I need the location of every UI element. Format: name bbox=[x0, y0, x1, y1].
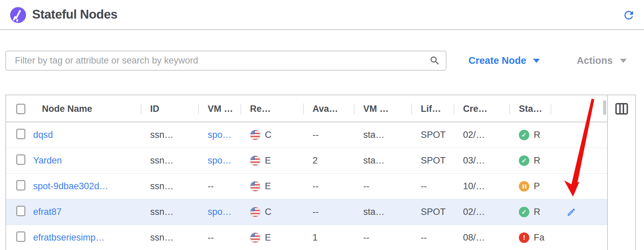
availability-zone-value: 2 bbox=[313, 155, 318, 166]
node-name-link[interactable]: efrat87 bbox=[33, 207, 62, 217]
filter-input[interactable] bbox=[5, 51, 446, 71]
refresh-icon[interactable] bbox=[622, 9, 635, 22]
status-value: R bbox=[534, 155, 540, 166]
column-header-status[interactable]: Sta… bbox=[509, 95, 551, 122]
vm-link[interactable]: spo… bbox=[208, 155, 232, 166]
row-checkbox[interactable] bbox=[16, 129, 25, 139]
select-all-checkbox[interactable] bbox=[16, 104, 25, 114]
region-cell: E bbox=[240, 232, 303, 243]
node-name-cell: efrat87 bbox=[32, 207, 141, 217]
us-flag-icon bbox=[250, 155, 260, 166]
select-all-cell bbox=[6, 95, 32, 122]
column-picker-icon[interactable] bbox=[615, 103, 628, 115]
table-scroll-area: Node NameIDVM …Re…Ava…VM …Lif…Cre…Sta… d… bbox=[6, 95, 607, 250]
lifecycle-cell: SPOT bbox=[411, 155, 454, 166]
region-cell: E bbox=[240, 181, 303, 192]
app-header: Stateful Nodes bbox=[0, 0, 644, 30]
vm-name-cell: -- bbox=[198, 181, 240, 192]
stateful-nodes-table: Node NameIDVM …Re…Ava…VM …Lif…Cre…Sta… d… bbox=[5, 95, 636, 250]
created-value: 02/… bbox=[463, 207, 485, 217]
vm-size-value: -- bbox=[363, 181, 369, 191]
status-value: R bbox=[534, 130, 540, 140]
node-name-link[interactable]: Yarden bbox=[33, 155, 62, 166]
create-node-button[interactable]: Create Node bbox=[468, 51, 540, 71]
column-header-label: Re… bbox=[250, 104, 271, 114]
scrollbar-thumb[interactable] bbox=[603, 100, 606, 115]
column-header-lifecycle[interactable]: Lif… bbox=[411, 95, 454, 122]
table-header-row: Node NameIDVM …Re…Ava…VM …Lif…Cre…Sta… bbox=[6, 95, 607, 122]
vm-link[interactable]: spo… bbox=[208, 130, 232, 140]
lifecycle-cell: -- bbox=[411, 181, 454, 192]
column-header-availability-zone[interactable]: Ava… bbox=[303, 95, 354, 122]
actions-dropdown[interactable]: Actions bbox=[577, 51, 627, 71]
running-status-icon: ✓ bbox=[519, 130, 529, 140]
vm-size-cell: sta… bbox=[354, 207, 411, 217]
row-actions-cell bbox=[551, 207, 607, 217]
node-name-link[interactable]: dqsd bbox=[33, 130, 53, 140]
vm-link[interactable]: spo… bbox=[208, 207, 232, 217]
id-cell: ssn… bbox=[141, 155, 198, 166]
column-header-region[interactable]: Re… bbox=[240, 95, 303, 122]
column-header-id[interactable]: ID bbox=[141, 95, 198, 122]
column-header-label: Sta… bbox=[519, 104, 542, 114]
status-cell: ✓R bbox=[509, 207, 551, 217]
chevron-down-icon bbox=[533, 59, 540, 63]
created-cell: 03/… bbox=[454, 155, 509, 166]
lifecycle-cell: SPOT bbox=[411, 130, 454, 140]
column-header-node-name[interactable]: Node Name bbox=[32, 95, 141, 122]
search-icon[interactable] bbox=[429, 55, 440, 66]
row-select-cell bbox=[6, 231, 32, 244]
row-checkbox[interactable] bbox=[16, 180, 25, 191]
node-name-link[interactable]: spot-9dbae302d… bbox=[33, 181, 108, 191]
region-cell: C bbox=[240, 130, 303, 140]
create-node-label: Create Node bbox=[468, 55, 526, 66]
row-select-cell bbox=[6, 180, 32, 193]
us-flag-icon bbox=[250, 181, 260, 192]
created-value: 03/… bbox=[463, 155, 485, 166]
status-cell: P bbox=[509, 181, 551, 192]
table-row-efrat87[interactable]: efrat87ssn…spo…C--sta…SPOT02/…✓R bbox=[6, 199, 607, 225]
row-select-cell bbox=[6, 154, 32, 167]
region-cell: E bbox=[240, 155, 303, 166]
status-cell: ✓R bbox=[509, 155, 551, 166]
node-name-cell: efratbseriesimp… bbox=[32, 232, 141, 243]
id-cell: ssn… bbox=[141, 181, 198, 192]
node-name-link[interactable]: efratbseriesimp… bbox=[33, 232, 105, 243]
table-row-yarden[interactable]: Yardenssn…spo…E2sta…SPOT03/…✓R bbox=[6, 148, 607, 174]
table-icon-column bbox=[607, 95, 635, 250]
table-body: dqsdssn…spo…C--sta…SPOT02/…✓RYardenssn…s… bbox=[6, 122, 607, 250]
row-checkbox[interactable] bbox=[16, 154, 25, 165]
vm-size-cell: -- bbox=[354, 181, 411, 192]
column-header-vm-size[interactable]: VM … bbox=[354, 95, 411, 122]
availability-zone-value: 1 bbox=[313, 232, 318, 243]
column-header-created[interactable]: Cre… bbox=[454, 95, 509, 122]
region-value: E bbox=[265, 232, 271, 243]
status-value: P bbox=[534, 181, 540, 192]
us-flag-icon bbox=[250, 232, 260, 243]
node-name-cell: Yarden bbox=[32, 155, 141, 166]
availability-zone-value: -- bbox=[313, 207, 319, 217]
status-cell: !Fa bbox=[509, 232, 551, 243]
row-checkbox[interactable] bbox=[16, 206, 25, 216]
row-checkbox[interactable] bbox=[16, 231, 25, 242]
table-row-spot-9dbae302d-[interactable]: spot-9dbae302d…ssn…--E------10/…P bbox=[6, 174, 607, 199]
created-value: 02/… bbox=[463, 130, 485, 140]
vm-name-cell: spo… bbox=[198, 207, 240, 217]
id-value: ssn… bbox=[150, 232, 174, 243]
region-cell: C bbox=[240, 207, 303, 217]
column-header-label: Ava… bbox=[313, 104, 338, 114]
table-row-efratbseriesimp-[interactable]: efratbseriesimp…ssn…--E1----08/…!Fa bbox=[6, 225, 607, 250]
region-value: C bbox=[265, 207, 272, 217]
column-header-row-actions bbox=[551, 95, 607, 122]
table-row-dqsd[interactable]: dqsdssn…spo…C--sta…SPOT02/…✓R bbox=[6, 122, 607, 148]
vm-size-cell: -- bbox=[354, 232, 411, 243]
column-header-vm-name[interactable]: VM … bbox=[198, 95, 240, 122]
edit-pencil-icon[interactable] bbox=[567, 207, 576, 217]
us-flag-icon bbox=[250, 207, 260, 217]
status-value: R bbox=[534, 207, 540, 217]
region-value: E bbox=[265, 181, 271, 192]
created-value: 08/… bbox=[463, 232, 485, 243]
actions-label: Actions bbox=[577, 55, 613, 66]
id-value: ssn… bbox=[150, 207, 174, 217]
vm-size-value: -- bbox=[363, 232, 369, 243]
